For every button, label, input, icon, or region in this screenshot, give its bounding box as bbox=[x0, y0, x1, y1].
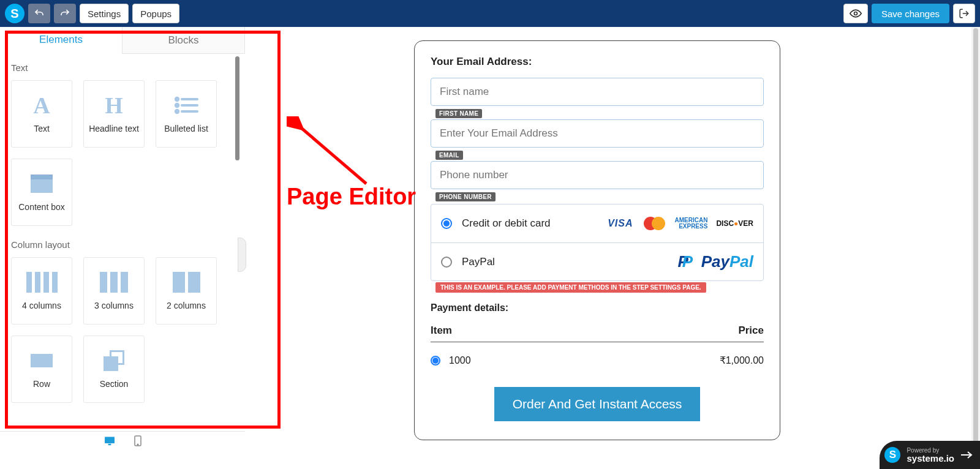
payment-method-group: Credit or debit card VISA AMERICANEXPRES… bbox=[431, 204, 764, 281]
element-3-columns[interactable]: 3 columns bbox=[83, 257, 145, 325]
card-brand-icons: VISA AMERICANEXPRESS DISC●VER bbox=[608, 216, 753, 231]
element-bulleted-label: Bulleted list bbox=[164, 124, 208, 135]
price-table-header: Item Price bbox=[431, 325, 764, 342]
device-preview-bar bbox=[0, 431, 245, 449]
svg-point-13 bbox=[652, 217, 665, 230]
section-column-layout-label: Column layout bbox=[11, 239, 234, 250]
panel-resize-handle[interactable] bbox=[238, 238, 246, 272]
element-col3-label: 3 columns bbox=[94, 301, 134, 312]
email-heading: Your Email Address: bbox=[431, 56, 764, 68]
svg-point-3 bbox=[176, 104, 178, 107]
price-header: Price bbox=[738, 325, 764, 337]
payment-card-option[interactable]: Credit or debit card VISA AMERICANEXPRES… bbox=[431, 204, 763, 242]
svg-point-10 bbox=[137, 444, 138, 445]
svg-point-5 bbox=[176, 110, 178, 113]
element-headline-text[interactable]: H Headline text bbox=[83, 80, 145, 148]
item-price: ₹1,000.00 bbox=[720, 355, 764, 366]
panel-scrollbar-thumb[interactable] bbox=[235, 56, 239, 160]
checkout-form-block[interactable]: Your Email Address: FIRST NAME EMAIL PHO… bbox=[414, 40, 780, 440]
email-input[interactable] bbox=[431, 119, 764, 148]
tab-blocks[interactable]: Blocks bbox=[122, 27, 245, 54]
element-section[interactable]: Section bbox=[83, 336, 145, 403]
visa-icon: VISA bbox=[608, 218, 633, 229]
svg-point-1 bbox=[176, 98, 178, 100]
tab-elements[interactable]: Elements bbox=[0, 27, 122, 54]
elements-panel: Elements Blocks Text A Text H Headline t… bbox=[0, 27, 245, 431]
amex-icon: AMERICANEXPRESS bbox=[675, 217, 708, 230]
redo-button[interactable] bbox=[54, 4, 76, 23]
price-table-row[interactable]: 1000 ₹1,000.00 bbox=[431, 355, 764, 366]
section-text-label: Text bbox=[11, 62, 234, 73]
svg-rect-8 bbox=[108, 443, 111, 445]
element-contentbox-label: Content box bbox=[18, 202, 65, 213]
mobile-icon bbox=[134, 435, 141, 446]
payment-card-radio[interactable] bbox=[441, 218, 452, 229]
preview-button[interactable] bbox=[843, 4, 868, 23]
exit-button[interactable] bbox=[953, 4, 975, 23]
powered-by-logo: S bbox=[884, 447, 900, 463]
desktop-icon bbox=[104, 436, 116, 446]
element-content-box[interactable]: Content box bbox=[11, 159, 72, 226]
payment-paypal-radio[interactable] bbox=[441, 257, 452, 268]
canvas-scrollbar[interactable] bbox=[971, 27, 980, 449]
app-logo: S bbox=[5, 4, 24, 23]
element-4-columns[interactable]: 4 columns bbox=[11, 257, 72, 325]
first-name-tag: FIRST NAME bbox=[435, 109, 482, 118]
item-name: 1000 bbox=[449, 355, 471, 366]
two-columns-icon bbox=[173, 272, 200, 293]
payment-paypal-option[interactable]: PayPal PP PayPal bbox=[431, 242, 763, 280]
order-button[interactable]: Order And Get Instant Access bbox=[494, 387, 701, 421]
svg-point-0 bbox=[854, 12, 857, 15]
popups-button[interactable]: Popups bbox=[132, 4, 179, 23]
powered-by-small: Powered by bbox=[907, 448, 954, 454]
element-text[interactable]: A Text bbox=[11, 80, 72, 148]
undo-button[interactable] bbox=[28, 4, 50, 23]
paypal-logo: PP PayPal bbox=[678, 252, 754, 271]
panel-tabs: Elements Blocks bbox=[0, 27, 245, 54]
item-radio[interactable] bbox=[431, 356, 440, 366]
payment-example-warning: THIS IS AN EXAMPLE. PLEASE ADD PAYMENT M… bbox=[435, 282, 706, 293]
section-icon bbox=[104, 350, 124, 371]
element-bulleted-list[interactable]: Bulleted list bbox=[156, 80, 217, 148]
save-changes-button[interactable]: Save changes bbox=[872, 4, 949, 23]
payment-details-heading: Payment details: bbox=[431, 302, 764, 313]
element-headline-label: Headline text bbox=[89, 124, 139, 135]
discover-icon: DISC●VER bbox=[716, 219, 753, 228]
top-bar: S Settings Popups Save changes bbox=[0, 0, 980, 27]
element-row[interactable]: Row bbox=[11, 336, 72, 403]
email-tag: EMAIL bbox=[435, 151, 463, 160]
bulleted-list-icon bbox=[174, 96, 198, 114]
undo-icon bbox=[34, 8, 45, 19]
element-col2-label: 2 columns bbox=[167, 301, 206, 312]
panel-scroll-area: Text A Text H Headline text Bulleted lis… bbox=[0, 54, 245, 426]
payment-paypal-label: PayPal bbox=[462, 256, 495, 268]
item-header: Item bbox=[431, 325, 452, 337]
element-text-label: Text bbox=[34, 124, 50, 135]
element-col4-label: 4 columns bbox=[22, 301, 61, 312]
svg-rect-7 bbox=[105, 437, 115, 443]
page-canvas[interactable]: Your Email Address: FIRST NAME EMAIL PHO… bbox=[245, 27, 970, 449]
payment-card-label: Credit or debit card bbox=[462, 217, 551, 230]
powered-by-brand: systeme.io bbox=[907, 454, 954, 463]
element-2-columns[interactable]: 2 columns bbox=[156, 257, 217, 325]
mastercard-icon bbox=[642, 216, 666, 231]
three-columns-icon bbox=[100, 272, 128, 293]
element-section-label: Section bbox=[100, 379, 129, 390]
element-row-label: Row bbox=[33, 379, 50, 390]
first-name-input[interactable] bbox=[431, 78, 764, 106]
device-mobile-button[interactable] bbox=[134, 435, 141, 446]
row-icon bbox=[31, 354, 53, 367]
content-box-icon bbox=[31, 174, 53, 193]
exit-icon bbox=[959, 8, 970, 19]
redo-icon bbox=[59, 8, 70, 19]
settings-button[interactable]: Settings bbox=[80, 4, 129, 23]
device-desktop-button[interactable] bbox=[104, 436, 116, 446]
phone-tag: PHONE NUMBER bbox=[435, 192, 496, 201]
four-columns-icon bbox=[26, 272, 58, 293]
eye-icon bbox=[850, 7, 862, 20]
arrow-right-icon bbox=[960, 451, 973, 459]
powered-by-badge[interactable]: S Powered by systeme.io bbox=[880, 441, 980, 469]
phone-input[interactable] bbox=[431, 161, 764, 189]
